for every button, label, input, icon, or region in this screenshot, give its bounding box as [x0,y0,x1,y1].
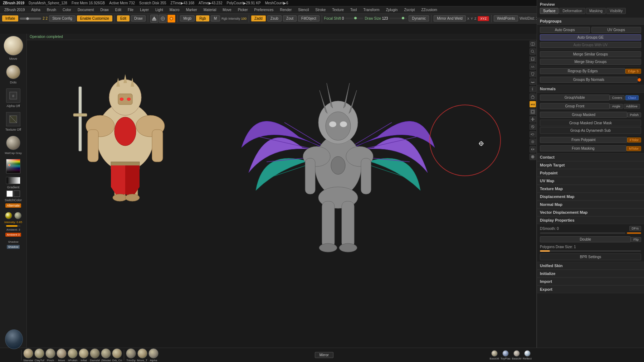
display-properties-section[interactable]: Display Properties [537,216,644,224]
toyplas-material[interactable]: ToyPlas [501,350,511,360]
menu-zplugin[interactable]: Zplugin [383,7,401,13]
xyz-active-button[interactable]: XYZ [478,16,489,21]
symetry-icon[interactable] [530,146,536,153]
uv-groups-button[interactable]: UV Groups [591,27,641,33]
group-masked-clear-button[interactable]: Group Masked Clear Mask [540,120,641,126]
xyz-sym-icon[interactable]: XYZ [530,101,536,107]
auto-groups-ge-button[interactable]: Auto Groups GE [540,34,641,40]
merge-similar-button[interactable]: Merge Similar Groups [540,51,641,57]
mirror-button[interactable]: Mirror [315,352,333,358]
menu-zzcustom[interactable]: ZZcustom [418,7,440,13]
draw-mode-icon[interactable] [150,15,158,23]
menu-macro[interactable]: Macro [167,7,182,13]
menu-light[interactable]: Light [152,7,166,13]
menu-alpha[interactable]: Alpha [28,7,43,13]
displacement-map-section[interactable]: Displacement Map [537,193,644,201]
additive-button[interactable]: Additive [624,104,640,109]
group-dynamesh-sub-button[interactable]: Group As Dynamesh Sub [540,127,641,134]
light-2-icon[interactable] [14,212,21,219]
menu-document[interactable]: Document [75,7,97,13]
zmodel-brush[interactable]: ZModel [101,348,111,362]
morph-target-section[interactable]: Morph Target [537,161,644,169]
export-section[interactable]: Export [537,285,644,293]
move-t-brush[interactable]: Move_T [137,348,147,362]
solo-icon[interactable] [530,154,536,160]
alpha-off-icon[interactable]: α [6,88,20,103]
auto-groups-button[interactable]: Auto Groups [540,27,590,33]
menu-move[interactable]: Move [220,7,234,13]
menu-color[interactable]: Color [60,7,74,13]
auto-groups-with-uv-button[interactable]: Auto Groups With UV [540,42,641,48]
menu-material[interactable]: Material [201,7,219,13]
menu-layer[interactable]: Layer [137,7,152,13]
actual-icon[interactable]: 1:1 [530,56,536,62]
menu-stencil[interactable]: Stencil [295,7,312,13]
menu-draw[interactable]: Draw [97,7,111,13]
background-color[interactable] [14,190,20,197]
basicm2-material[interactable]: BasicM [512,350,521,360]
aa-half-icon[interactable]: AA [530,63,536,70]
gradient-bar[interactable] [6,177,20,184]
basicm-material[interactable]: BasicM [490,350,499,360]
polygroups-title[interactable]: Polygroups [537,18,644,25]
menu-zscript[interactable]: Zscript [401,7,418,13]
transp-icon[interactable] [530,139,536,145]
move3d-icon[interactable] [530,116,536,122]
hpolish-brush[interactable]: hPolish [68,348,78,362]
menu-edit[interactable]: Edit [112,7,124,13]
group-visible-button[interactable]: GroupVisible [540,95,610,101]
rotate-icon[interactable] [530,131,536,137]
trimdy-brush[interactable]: TrimDy [126,348,136,362]
menu-transform[interactable]: Transform [360,7,382,13]
normal-map-section[interactable]: Normal Map [537,201,644,208]
mirror-weld-button[interactable]: Mirror And Weld [434,15,466,21]
frame-icon[interactable] [530,108,536,115]
standard-brush[interactable]: Standar [23,348,33,362]
lock-icon[interactable] [530,93,536,100]
vector-displacement-section[interactable]: Vector Displacement Map [537,208,644,216]
surface-tab[interactable]: Surface [540,8,558,14]
menu-file[interactable]: File [125,7,136,13]
light-1-icon[interactable] [5,212,12,219]
persp-icon[interactable] [530,71,536,77]
groups-by-normals-button[interactable]: Groups By Normals [540,77,638,83]
mtoler-button[interactable]: MTolor [626,146,641,151]
shadow-button[interactable]: Shadow [7,245,20,249]
menu-marker[interactable]: Marker [183,7,200,13]
alpha-brush[interactable]: Alpha [148,348,158,362]
from-masking-button[interactable]: From Masking [540,145,626,151]
dsmooth-slider[interactable] [540,232,625,234]
poly-draw-slider[interactable] [540,250,641,252]
foreground-color[interactable] [6,190,13,197]
merge-stray-button[interactable]: Merge Stray Groups [540,59,641,65]
from-polypaint-button[interactable]: From Polypaint [540,137,627,143]
initialize-section[interactable]: Initialize [537,270,644,277]
edit-button[interactable]: Edit [117,15,130,21]
damsm-brush[interactable]: DamsM [90,348,100,362]
scroll-icon[interactable] [530,41,536,47]
menu-tool[interactable]: Tool [347,7,360,13]
nav-sphere[interactable] [5,333,23,346]
enable-customize-button[interactable]: Enable Customize [77,15,112,21]
m-button[interactable]: M [211,15,220,21]
polish-button[interactable]: Polish [627,112,641,117]
color-picker[interactable] [6,159,20,173]
menu-picker[interactable]: Picker [235,7,251,13]
sculpt-mode-icon[interactable] [167,15,175,23]
fillobject-button[interactable]: FillObject [298,15,319,21]
reflect-material[interactable]: Reflect [523,350,532,360]
contact-section[interactable]: Contact [537,153,644,161]
menu-zbrush[interactable]: ZBrush 2019 [1,7,28,13]
angle-button[interactable]: Angle [610,104,623,109]
weld-points-button[interactable]: WeldPoints [494,15,518,21]
claytuf-brush[interactable]: ClayTuf [34,348,44,362]
menu-brush[interactable]: Brush [44,7,59,13]
zadd-button[interactable]: Zadd [251,15,266,21]
bpr-settings-button[interactable]: BPR Settings [540,254,641,260]
edge-s-button[interactable]: Edge S [625,69,641,74]
flip-button[interactable]: Flip [631,237,641,242]
ftolor-button[interactable]: FTolor [627,137,641,143]
move-brush[interactable]: Move [57,348,67,362]
group-masked-button[interactable]: Group Masked [540,112,627,118]
draw-button[interactable]: Draw [131,15,146,21]
